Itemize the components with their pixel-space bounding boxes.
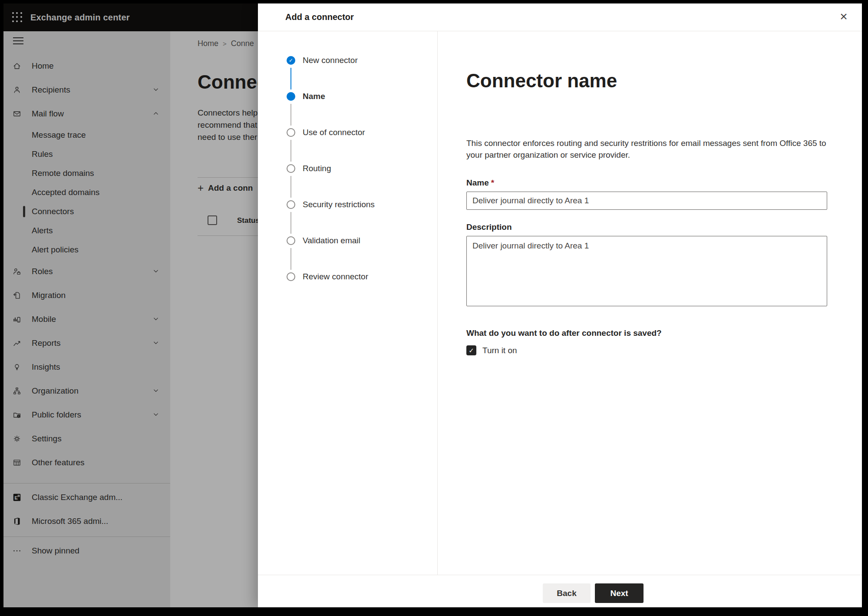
- add-connector-dialog: Add a connector × ✓New connectorNameUse …: [258, 3, 862, 607]
- step-todo-icon: [287, 272, 295, 281]
- wizard-step-review-connector[interactable]: Review connector: [287, 272, 437, 308]
- step-label: Review connector: [303, 272, 368, 281]
- step-label: Security restrictions: [303, 200, 375, 209]
- checkbox-checked-icon[interactable]: ✓: [466, 345, 476, 355]
- name-field-label: Name*: [466, 178, 833, 188]
- after-save-question: What do you want to do after connector i…: [466, 328, 833, 338]
- turn-it-on-checkbox-row[interactable]: ✓ Turn it on: [466, 345, 833, 355]
- step-label: Routing: [303, 164, 331, 173]
- screen: Exchange admin center HomeRecipientsMail…: [3, 3, 862, 607]
- step-todo-icon: [287, 236, 295, 245]
- wizard-stepper: ✓New connectorNameUse of connectorRoutin…: [258, 31, 438, 575]
- description-field-label: Description: [466, 222, 833, 232]
- step-connector-line: [290, 68, 291, 89]
- wizard-step-validation-email[interactable]: Validation email: [287, 236, 437, 272]
- step-label: Use of connector: [303, 128, 365, 137]
- step-connector-line: [290, 212, 291, 234]
- wizard-step-routing[interactable]: Routing: [287, 164, 437, 200]
- dialog-header: Add a connector ×: [258, 3, 862, 31]
- dialog-title: Add a connector: [285, 12, 354, 22]
- wizard-step-name[interactable]: Name: [287, 92, 437, 128]
- step-todo-icon: [287, 200, 295, 209]
- step-label: Name: [303, 92, 325, 101]
- close-icon[interactable]: ×: [835, 8, 852, 25]
- step-current-icon: [287, 92, 295, 101]
- step-todo-icon: [287, 128, 295, 137]
- step-description: This connector enforces routing and secu…: [466, 137, 833, 161]
- description-textarea[interactable]: Deliver journal directly to Area 1: [466, 236, 827, 306]
- wizard-step-security-restrictions[interactable]: Security restrictions: [287, 200, 437, 236]
- dialog-footer: Back Next: [258, 575, 862, 607]
- step-connector-line: [290, 248, 291, 270]
- step-label: New connector: [303, 56, 358, 65]
- wizard-step-new-connector[interactable]: ✓New connector: [287, 56, 437, 92]
- step-completed-icon: ✓: [287, 56, 295, 65]
- step-connector-line: [290, 104, 291, 126]
- step-connector-line: [290, 176, 291, 198]
- next-button[interactable]: Next: [595, 583, 644, 603]
- step-todo-icon: [287, 164, 295, 173]
- step-label: Validation email: [303, 236, 360, 245]
- step-connector-line: [290, 140, 291, 162]
- required-marker: *: [491, 178, 494, 187]
- back-button[interactable]: Back: [543, 583, 591, 603]
- dialog-content: Connector name This connector enforces r…: [438, 31, 833, 575]
- name-input[interactable]: [466, 192, 827, 210]
- step-heading: Connector name: [466, 70, 833, 92]
- wizard-step-use-of-connector[interactable]: Use of connector: [287, 128, 437, 164]
- dialog-body: ✓New connectorNameUse of connectorRoutin…: [258, 31, 862, 575]
- turn-it-on-label: Turn it on: [482, 346, 517, 355]
